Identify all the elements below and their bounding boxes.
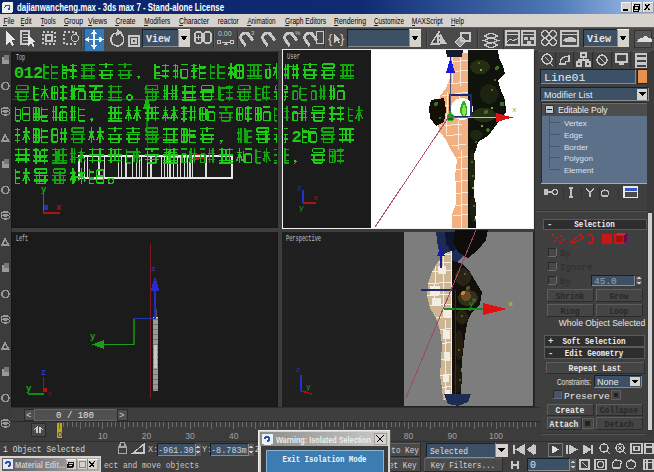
svg-text:Preserve: Preserve [564, 391, 610, 402]
svg-text:Selection: Selection [574, 220, 615, 230]
svg-text:2: 2 [292, 128, 302, 147]
svg-text:-: - [548, 349, 553, 359]
svg-text:45.0: 45.0 [594, 276, 617, 287]
svg-text:View: View [146, 34, 170, 45]
svg-text:reactor: reactor [218, 15, 239, 26]
svg-text:Selected: Selected [430, 447, 468, 457]
svg-text:Loop: Loop [609, 306, 628, 317]
svg-text:Edit Geometry: Edit Geometry [565, 349, 624, 359]
svg-text:Shrink: Shrink [556, 291, 585, 302]
svg-text:Exit Isolation Mode: Exit Isolation Mode [283, 454, 367, 465]
svg-text:}: } [340, 31, 345, 46]
svg-text:30: 30 [185, 431, 195, 441]
svg-text:90: 90 [448, 431, 458, 441]
svg-text:MAXScript: MAXScript [412, 15, 443, 26]
svg-text:Soft Selection: Soft Selection [563, 337, 626, 347]
svg-text:Modifier List: Modifier List [544, 90, 593, 100]
svg-text:Graph Editors: Graph Editors [285, 15, 326, 26]
svg-text:80: 80 [404, 431, 414, 441]
svg-text:y: y [306, 382, 311, 391]
svg-text:100: 100 [489, 431, 503, 441]
svg-text:Edit: Edit [21, 15, 32, 26]
svg-text:40: 40 [229, 431, 239, 441]
svg-text:Repeat Last: Repeat Last [569, 363, 622, 374]
svg-text:>: > [119, 411, 124, 421]
svg-text:0: 0 [530, 460, 536, 471]
svg-text:Key Filters...: Key Filters... [431, 461, 495, 471]
svg-text:Grow: Grow [609, 291, 628, 302]
svg-text:Help: Help [451, 15, 464, 26]
svg-text:%: % [295, 30, 301, 36]
svg-text:{: { [328, 31, 333, 46]
svg-text:0: 0 [58, 430, 63, 439]
svg-text:Group: Group [64, 15, 83, 26]
svg-text:y: y [299, 203, 304, 212]
svg-text:Edge: Edge [564, 131, 583, 140]
svg-text:Customize: Customize [374, 15, 404, 26]
svg-text:20: 20 [142, 431, 152, 441]
svg-text:z: z [296, 365, 301, 374]
svg-text:Top: Top [16, 53, 25, 63]
svg-text:Element: Element [564, 166, 594, 175]
svg-text:File: File [3, 15, 14, 26]
svg-text:Line01: Line01 [544, 71, 586, 84]
svg-text:Constraints:: Constraints: [557, 377, 591, 387]
svg-text:Tools: Tools [41, 15, 56, 26]
svg-text:10: 10 [98, 431, 108, 441]
svg-text:By: By [560, 277, 571, 287]
svg-text:y: y [26, 384, 32, 394]
svg-text:Views: Views [88, 15, 107, 26]
svg-text:Border: Border [564, 143, 588, 152]
svg-text:Animation: Animation [247, 15, 275, 26]
svg-text:Attach: Attach [550, 419, 579, 430]
svg-text:Material Edit...: Material Edit... [15, 460, 65, 470]
svg-text:Vertex: Vertex [564, 119, 587, 128]
svg-text:x: x [512, 105, 517, 114]
svg-text:Perspective: Perspective [286, 234, 321, 244]
svg-text:Ignore: Ignore [560, 263, 592, 273]
svg-text:Ring: Ring [560, 306, 579, 317]
svg-text:Rendering: Rendering [334, 15, 366, 26]
svg-text:x: x [47, 389, 52, 398]
svg-text:Polygon: Polygon [564, 154, 593, 163]
svg-text:1 Object Selected: 1 Object Selected [3, 445, 85, 455]
svg-text:Whole Object Selected: Whole Object Selected [559, 318, 646, 328]
svg-text:x: x [508, 299, 513, 308]
svg-text:0 / 100: 0 / 100 [56, 411, 94, 421]
svg-text:2: 2 [33, 64, 43, 83]
svg-text:By: By [560, 249, 571, 259]
svg-text:Create: Create [556, 405, 585, 416]
svg-text:z: z [41, 368, 46, 378]
svg-text:Warning: Isolated Selection: Warning: Isolated Selection [276, 434, 371, 445]
svg-text:Editable Poly: Editable Poly [558, 105, 608, 115]
svg-text:-: - [547, 220, 552, 230]
svg-text:Left: Left [16, 234, 28, 244]
svg-text:0.00: 0.00 [218, 30, 232, 37]
svg-text:Collapse: Collapse [600, 405, 639, 416]
svg-text:Detach: Detach [605, 419, 634, 430]
svg-text:y: y [90, 332, 96, 342]
svg-text:z: z [151, 264, 156, 273]
svg-text:<: < [26, 411, 31, 421]
svg-text:x: x [56, 203, 62, 213]
svg-text:ect and move objects: ect and move objects [104, 461, 199, 471]
svg-text:None: None [597, 377, 619, 387]
svg-text:y: y [41, 185, 47, 195]
svg-text:View: View [587, 34, 611, 45]
svg-text:User: User [287, 52, 300, 62]
svg-text:x: x [313, 193, 318, 202]
svg-text:-8.783m: -8.783m [211, 446, 247, 456]
svg-text:Modifiers: Modifiers [144, 15, 170, 26]
svg-text:dajianwancheng.max - 3ds max 7: dajianwancheng.max - 3ds max 7 - Stand-a… [17, 1, 224, 13]
svg-text:+: + [548, 337, 553, 347]
svg-text:z: z [297, 183, 302, 192]
svg-text:Character: Character [179, 15, 209, 26]
svg-text:Create: Create [115, 15, 135, 26]
svg-text:y: y [469, 299, 474, 308]
svg-text:-961.30: -961.30 [158, 446, 194, 456]
